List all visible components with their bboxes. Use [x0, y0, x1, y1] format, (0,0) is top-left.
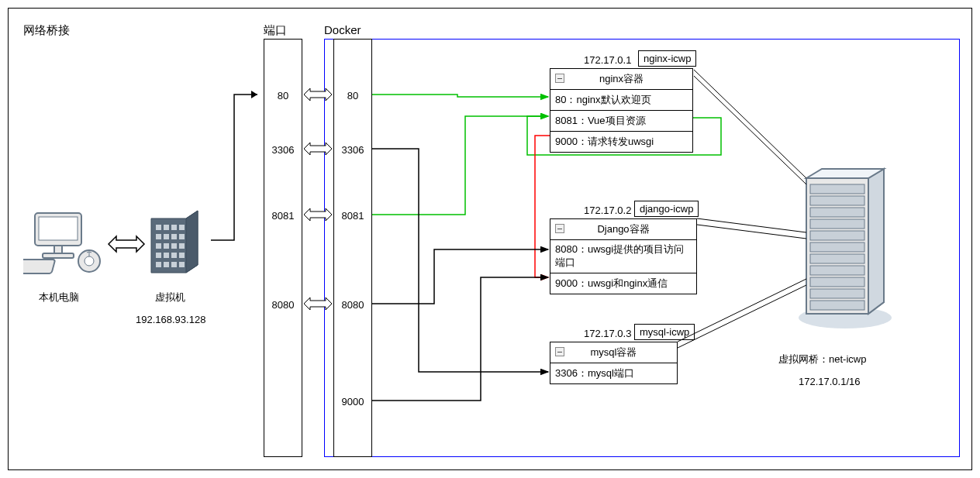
collapse-icon[interactable] — [555, 74, 564, 83]
port-column-right: 80 3306 8081 8080 9000 — [333, 39, 372, 457]
nginx-row-2: 9000：请求转发uwsgi — [550, 132, 692, 152]
nginx-ip: 172.17.0.1 — [584, 54, 631, 66]
port-left-2: 8081 — [264, 210, 302, 222]
nginx-container: nginx容器 80：nginx默认欢迎页 8081：Vue项目资源 9000：… — [550, 68, 693, 153]
nginx-title: nginx容器 — [550, 69, 692, 90]
django-row-0: 8080：uwsgi提供的项目访问端口 — [550, 240, 696, 273]
vm-ip: 192.168.93.128 — [136, 314, 205, 325]
port-right-1: 3306 — [334, 144, 371, 156]
port-right-0: 80 — [334, 90, 371, 101]
collapse-icon[interactable] — [555, 224, 564, 233]
django-container: Django容器 8080：uwsgi提供的项目访问端口 9000：uwsgi和… — [550, 218, 697, 294]
collapse-icon[interactable] — [555, 347, 564, 356]
local-pc-label: 本机电脑 — [39, 291, 79, 304]
nginx-row-1: 8081：Vue项目资源 — [550, 111, 692, 132]
mysql-row-0: 3306：mysql端口 — [550, 363, 677, 383]
mysql-container: mysql容器 3306：mysql端口 — [550, 342, 678, 384]
django-row-1: 9000：uwsgi和nginx通信 — [550, 273, 696, 294]
port-label: 端口 — [264, 23, 287, 38]
port-column-left: 80 3306 8081 8080 — [264, 39, 302, 457]
bridge-label: 网络桥接 — [23, 23, 70, 38]
django-ip: 172.17.0.2 — [584, 205, 631, 216]
django-name-tag: django-icwp — [634, 201, 699, 217]
port-right-3: 8080 — [334, 299, 371, 311]
port-right-4: 9000 — [334, 396, 371, 408]
nginx-name-tag: nginx-icwp — [638, 50, 696, 67]
nginx-row-0: 80：nginx默认欢迎页 — [550, 90, 692, 111]
port-left-3: 8080 — [264, 299, 302, 311]
port-left-1: 3306 — [264, 144, 302, 156]
port-left-0: 80 — [264, 90, 302, 101]
mysql-title: mysql容器 — [550, 342, 677, 363]
port-right-2: 8081 — [334, 210, 371, 222]
bridge-cidr: 172.17.0.1/16 — [799, 376, 861, 387]
mysql-name-tag: mysql-icwp — [634, 324, 695, 340]
bridge-name: 虚拟网桥：net-icwp — [778, 352, 866, 366]
django-title: Django容器 — [550, 219, 696, 240]
docker-label: Docker — [324, 23, 361, 36]
vm-label: 虚拟机 — [155, 291, 185, 304]
diagram-canvas: 网络桥接 端口 Docker 本机电脑 虚拟机 192.168.93.128 8… — [0, 0, 980, 478]
mysql-ip: 172.17.0.3 — [584, 328, 631, 339]
